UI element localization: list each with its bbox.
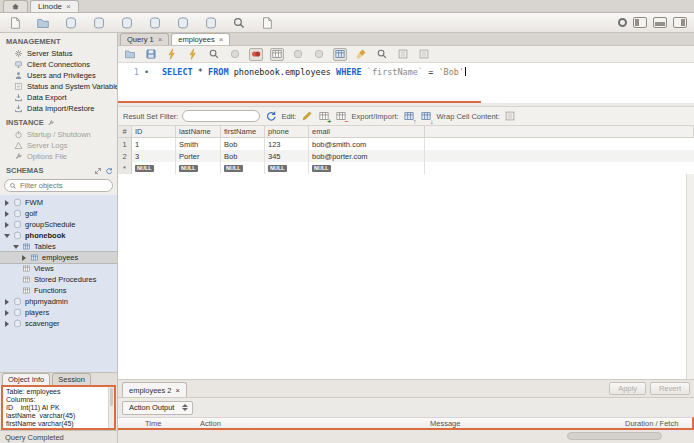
column-header-lastname[interactable]: lastName <box>176 126 221 137</box>
schema-node-phonebook[interactable]: phonebook <box>0 230 117 241</box>
sidebar-item-client-connections[interactable]: Client Connections <box>0 59 117 70</box>
create-schema-icon[interactable] <box>63 15 78 30</box>
limit-rows-icon[interactable] <box>270 48 284 61</box>
save-script-icon[interactable] <box>144 48 158 61</box>
close-icon[interactable]: × <box>176 386 180 395</box>
object-info-scrollbar[interactable] <box>108 387 114 428</box>
collapse-arrow-icon[interactable] <box>13 244 19 250</box>
delete-record-icon[interactable]: − <box>334 110 347 123</box>
sidebar-item-status-system-variables[interactable]: Status and System Variables <box>0 81 117 92</box>
revert-button[interactable]: Revert <box>650 382 690 395</box>
row-number[interactable]: 2 <box>118 150 132 162</box>
close-icon[interactable]: × <box>158 36 163 44</box>
close-icon[interactable]: × <box>219 36 224 44</box>
cell-null[interactable]: NULL <box>221 162 265 174</box>
cell-email[interactable]: bob@smith.com <box>309 138 425 150</box>
column-header-firstname[interactable]: firstName <box>221 126 265 137</box>
beautify-sql-icon[interactable] <box>354 48 368 61</box>
sidebar-item-server-status[interactable]: Server Status <box>0 48 117 59</box>
stop-query-icon[interactable] <box>228 48 242 61</box>
cell-lastname[interactable]: Porter <box>176 150 221 162</box>
schema-node-fwm[interactable]: FWM <box>0 197 117 208</box>
toggle-right-panel-icon[interactable] <box>673 17 687 28</box>
new-query-tab-icon[interactable] <box>7 15 22 30</box>
schema-node-players[interactable]: players <box>0 307 117 318</box>
wrap-cell-content-icon[interactable] <box>504 110 517 123</box>
schema-node-scavenger[interactable]: scavenger <box>0 318 117 329</box>
commit-icon[interactable] <box>291 48 305 61</box>
column-header-id[interactable]: ID <box>132 126 176 137</box>
output-column-time[interactable]: Time <box>145 419 200 428</box>
cell-firstname[interactable]: Bob <box>221 138 265 150</box>
sidebar-item-startup-shutdown[interactable]: Startup / Shutdown <box>0 129 117 140</box>
create-function-icon[interactable] <box>175 15 190 30</box>
output-column-message[interactable]: Message <box>430 419 625 428</box>
instance-config-icon[interactable] <box>47 119 55 127</box>
search-table-data-icon[interactable] <box>231 15 246 30</box>
cell-null[interactable]: NULL <box>265 162 309 174</box>
wrap-text-icon[interactable] <box>417 48 431 61</box>
tab-session[interactable]: Session <box>52 373 91 385</box>
sidebar-item-options-file[interactable]: Options File <box>0 151 117 162</box>
sql-text[interactable]: SELECT * FROM phonebook.employees WHERE … <box>152 63 466 101</box>
edit-record-icon[interactable] <box>300 110 313 123</box>
column-header-rownum[interactable]: # <box>118 126 132 137</box>
export-recordset-icon[interactable]: ↑ <box>403 110 416 123</box>
create-view-icon[interactable] <box>119 15 134 30</box>
expand-arrow-icon[interactable] <box>4 321 10 327</box>
cell-email[interactable]: bob@porter.com <box>309 150 425 162</box>
close-icon[interactable]: × <box>66 3 71 11</box>
cell-phone[interactable]: 123 <box>265 138 309 150</box>
execute-current-statement-icon[interactable] <box>186 48 200 61</box>
tree-node-functions[interactable]: Functions <box>0 285 117 296</box>
schema-filter-input[interactable] <box>20 181 108 190</box>
horizontal-scrollbar[interactable] <box>567 432 662 440</box>
reconnect-dbms-icon[interactable] <box>259 15 274 30</box>
preferences-wheel-icon[interactable] <box>618 18 627 27</box>
tab-employees-2[interactable]: employees 2 × <box>122 382 187 397</box>
cell-phone[interactable]: 345 <box>265 150 309 162</box>
schema-node-phpmyadmin[interactable]: phpmyadmin <box>0 296 117 307</box>
row-number[interactable]: 1 <box>118 138 132 150</box>
sidebar-item-users-privileges[interactable]: Users and Privileges <box>0 70 117 81</box>
cell-id[interactable]: 3 <box>132 150 176 162</box>
expand-arrow-icon[interactable] <box>4 299 10 305</box>
row-number[interactable]: * <box>118 162 132 174</box>
cell-lastname[interactable]: Smith <box>176 138 221 150</box>
create-procedure-icon[interactable] <box>147 15 162 30</box>
cell-null[interactable]: NULL <box>176 162 221 174</box>
output-column-duration[interactable]: Duration / Fetch <box>625 419 692 428</box>
sidebar-item-data-export[interactable]: Data Export <box>0 92 117 103</box>
stop-on-error-toggle-icon[interactable] <box>249 48 263 61</box>
open-file-icon[interactable] <box>123 48 137 61</box>
autocommit-toggle-icon[interactable] <box>333 48 347 61</box>
find-icon[interactable] <box>375 48 389 61</box>
schema-node-golf[interactable]: golf <box>0 208 117 219</box>
rollback-icon[interactable] <box>312 48 326 61</box>
toggle-bottom-panel-icon[interactable] <box>653 17 667 28</box>
toggle-left-panel-icon[interactable] <box>633 17 647 28</box>
expand-arrow-icon[interactable] <box>4 211 10 217</box>
expand-all-icon[interactable] <box>94 167 102 175</box>
open-sql-script-icon[interactable] <box>35 15 50 30</box>
create-event-icon[interactable] <box>203 15 218 30</box>
cell-firstname[interactable]: Bob <box>221 150 265 162</box>
invisible-chars-icon[interactable] <box>396 48 410 61</box>
connection-tab-linode[interactable]: Linode × <box>30 0 79 12</box>
sql-code-editor[interactable]: 1 • SELECT * FROM phonebook.employees WH… <box>118 63 694 101</box>
explain-query-icon[interactable] <box>207 48 221 61</box>
collapse-arrow-icon[interactable] <box>4 233 10 239</box>
vertical-scrollbar[interactable] <box>686 174 694 379</box>
column-header-phone[interactable]: phone <box>265 126 309 137</box>
result-filter-input[interactable] <box>182 110 260 122</box>
expand-arrow-icon[interactable] <box>21 255 27 261</box>
tab-query-1[interactable]: Query 1 × <box>120 33 169 45</box>
apply-button[interactable]: Apply <box>609 382 646 395</box>
spinner-icon[interactable] <box>182 404 188 411</box>
sidebar-item-data-import[interactable]: Data Import/Restore <box>0 103 117 114</box>
import-records-icon[interactable]: ↓ <box>420 110 433 123</box>
schema-node-groupschedule[interactable]: groupSchedule <box>0 219 117 230</box>
expand-arrow-icon[interactable] <box>4 310 10 316</box>
add-record-icon[interactable]: + <box>317 110 330 123</box>
tab-object-info[interactable]: Object Info <box>2 373 50 385</box>
